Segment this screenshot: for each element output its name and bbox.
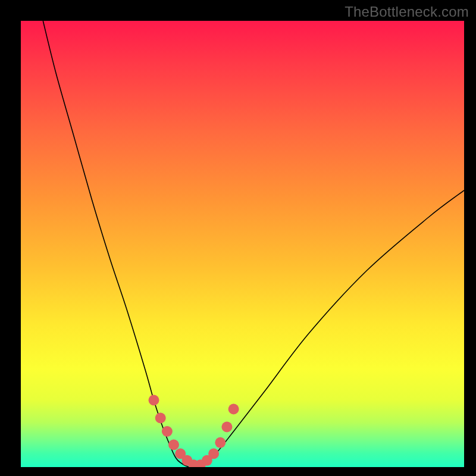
highlight-marker — [228, 404, 239, 415]
chart-frame: TheBottleneck.com — [0, 0, 476, 476]
highlight-marker — [208, 449, 219, 459]
curve-svg — [21, 21, 464, 467]
plot-area — [21, 21, 464, 467]
bottleneck-curve — [43, 21, 464, 467]
highlight-marker — [149, 395, 159, 406]
watermark-label: TheBottleneck.com — [345, 4, 469, 20]
highlight-markers — [149, 395, 239, 468]
highlight-marker — [168, 440, 179, 450]
highlight-marker — [215, 437, 226, 448]
highlight-marker — [221, 422, 232, 433]
highlight-marker — [162, 426, 173, 437]
highlight-marker — [155, 413, 166, 424]
